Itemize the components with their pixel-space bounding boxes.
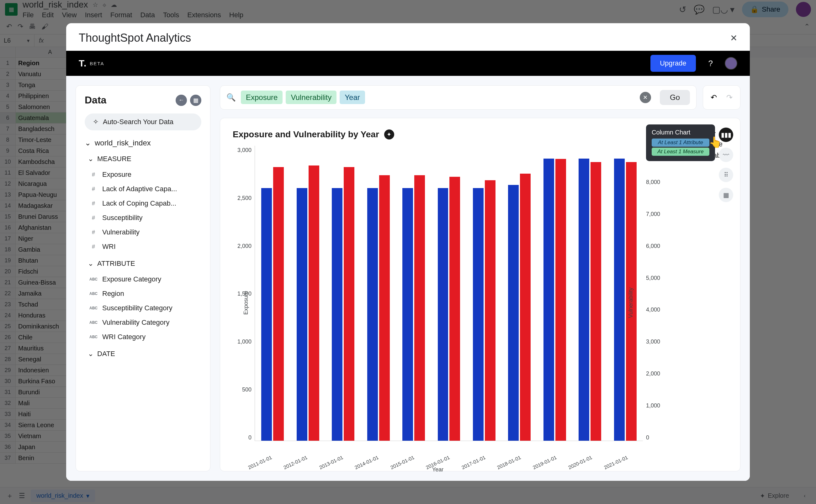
measure-field[interactable]: #Lack of Coping Capab...: [85, 196, 201, 211]
measure-field[interactable]: #WRI: [85, 239, 201, 254]
bar-exposure[interactable]: [367, 188, 378, 441]
tooltip-pill-attribute: At Least 1 Attribute: [652, 139, 709, 147]
attribute-field[interactable]: ABCExposure Category: [85, 272, 201, 286]
search-icon: 🔍: [226, 93, 236, 102]
y-axis-right-label: Vulnerability: [628, 287, 634, 318]
tooltip-title: Column Chart: [652, 129, 709, 136]
bar-vulnerability[interactable]: [379, 175, 390, 441]
measure-header-label: MEASURE: [97, 155, 131, 163]
data-source-label: world_risk_index: [95, 139, 151, 147]
abc-icon: ABC: [89, 306, 98, 310]
attribute-section-header[interactable]: ⌄ ATTRIBUTE: [85, 260, 201, 268]
field-label: Susceptibility: [102, 214, 142, 222]
bar-exposure[interactable]: [473, 188, 484, 441]
field-label: WRI: [102, 243, 116, 251]
beta-badge: BETA: [90, 61, 104, 66]
chevron-down-icon: ⌄: [85, 139, 91, 147]
sparkle-icon: ✧: [93, 118, 98, 126]
field-label: Exposure Category: [102, 275, 161, 283]
measure-field[interactable]: #Lack of Adaptive Capa...: [85, 182, 201, 196]
field-label: WRI Category: [102, 333, 145, 341]
abc-icon: ABC: [89, 335, 98, 339]
bar-exposure[interactable]: [614, 159, 625, 441]
ai-badge-icon[interactable]: ✦: [384, 129, 394, 139]
field-label: Lack of Coping Capab...: [102, 199, 176, 207]
close-icon[interactable]: ✕: [730, 33, 737, 43]
chevron-down-icon: ⌄: [88, 155, 93, 163]
date-section-header[interactable]: ⌄ DATE: [85, 350, 201, 358]
bar-vulnerability[interactable]: [556, 159, 566, 441]
attribute-field[interactable]: ABCVulnerability Category: [85, 315, 201, 330]
thoughtspot-logo[interactable]: T. BETA: [79, 58, 104, 69]
measure-field[interactable]: #Susceptibility: [85, 211, 201, 225]
bar-vulnerability[interactable]: [485, 180, 496, 441]
attribute-header-label: ATTRIBUTE: [97, 260, 135, 268]
modal-title: ThoughtSpot Analytics: [79, 31, 191, 45]
column-chart-icon[interactable]: ▮▮▮: [719, 128, 733, 142]
search-pill[interactable]: Vulnerability: [286, 91, 336, 104]
y-axis-left-label: Exposure: [243, 291, 249, 315]
search-pill[interactable]: Exposure: [241, 91, 282, 104]
redo-icon[interactable]: ↷: [726, 93, 733, 102]
bar-vulnerability[interactable]: [450, 177, 460, 441]
add-source-icon[interactable]: ←: [176, 95, 187, 106]
bar-vulnerability[interactable]: [344, 167, 354, 441]
help-icon[interactable]: ?: [708, 59, 713, 68]
search-pill[interactable]: Year: [339, 91, 365, 104]
field-label: Vulnerability Category: [102, 318, 169, 327]
upgrade-button[interactable]: Upgrade: [650, 55, 696, 72]
bar-vulnerability[interactable]: [520, 174, 531, 441]
line-chart-icon[interactable]: 〰: [719, 148, 733, 162]
attribute-field[interactable]: ABCRegion: [85, 286, 201, 301]
abc-icon: ABC: [89, 277, 98, 281]
measure-field[interactable]: #Exposure: [85, 167, 201, 182]
field-label: Exposure: [102, 171, 131, 179]
tooltip-pill-measure: At Least 1 Measure: [652, 148, 709, 156]
bar-exposure[interactable]: [438, 188, 449, 441]
date-header-label: DATE: [97, 350, 115, 358]
data-panel-title: Data: [85, 94, 106, 106]
hash-icon: #: [89, 186, 98, 192]
measure-section-header[interactable]: ⌄ MEASURE: [85, 155, 201, 163]
search-bar[interactable]: 🔍 ExposureVulnerabilityYear ✕ Go: [220, 85, 697, 110]
hash-icon: #: [89, 244, 98, 250]
attribute-field[interactable]: ABCWRI Category: [85, 330, 201, 344]
bar-exposure[interactable]: [508, 185, 519, 441]
field-label: Lack of Adaptive Capa...: [102, 185, 177, 193]
undo-icon[interactable]: ↶: [711, 93, 717, 102]
bar-exposure[interactable]: [579, 159, 589, 441]
measure-field[interactable]: #Vulnerability: [85, 225, 201, 239]
data-panel: Data ← ▦ ✧ Auto-Search Your Data ⌄ world…: [76, 85, 210, 471]
viz-type-rail: ▮▮▮ 〰 ⠿ ▦: [719, 128, 733, 202]
y-axis-right-ticks: 9,0008,0007,0006,0005,0004,0003,0002,000…: [643, 146, 665, 460]
bar-vulnerability[interactable]: [308, 165, 319, 441]
hash-icon: #: [89, 215, 98, 221]
bar-exposure[interactable]: [402, 188, 413, 441]
chart-type-tooltip: Column Chart At Least 1 Attribute At Lea…: [646, 124, 715, 161]
abc-icon: ABC: [89, 291, 98, 296]
bar-exposure[interactable]: [261, 188, 272, 441]
bar-exposure[interactable]: [332, 188, 342, 441]
field-label: Vulnerability: [102, 228, 139, 236]
chart-panel: Exposure and Vulnerability by Year ✦ Exp…: [220, 118, 740, 471]
bar-vulnerability[interactable]: [591, 162, 601, 441]
bar-exposure[interactable]: [297, 188, 307, 441]
abc-icon: ABC: [89, 320, 98, 325]
go-button[interactable]: Go: [660, 90, 690, 105]
bar-exposure[interactable]: [544, 159, 554, 441]
table-icon[interactable]: ▦: [719, 188, 733, 202]
manage-source-icon[interactable]: ▦: [190, 95, 201, 106]
data-source-row[interactable]: ⌄ world_risk_index: [85, 139, 201, 147]
chevron-down-icon: ⌄: [88, 260, 93, 268]
bar-vulnerability[interactable]: [273, 167, 284, 441]
attribute-field[interactable]: ABCSusceptibility Category: [85, 301, 201, 315]
bar-vulnerability[interactable]: [414, 175, 425, 441]
chart-plot-area[interactable]: [255, 146, 643, 441]
scatter-chart-icon[interactable]: ⠿: [719, 168, 733, 182]
chevron-down-icon: ⌄: [88, 350, 93, 358]
logo-mark-icon: T.: [79, 58, 87, 69]
clear-search-icon[interactable]: ✕: [640, 92, 651, 103]
chart-title: Exposure and Vulnerability by Year: [233, 129, 379, 139]
ts-avatar[interactable]: [725, 57, 737, 70]
auto-search-button[interactable]: ✧ Auto-Search Your Data: [85, 113, 201, 130]
